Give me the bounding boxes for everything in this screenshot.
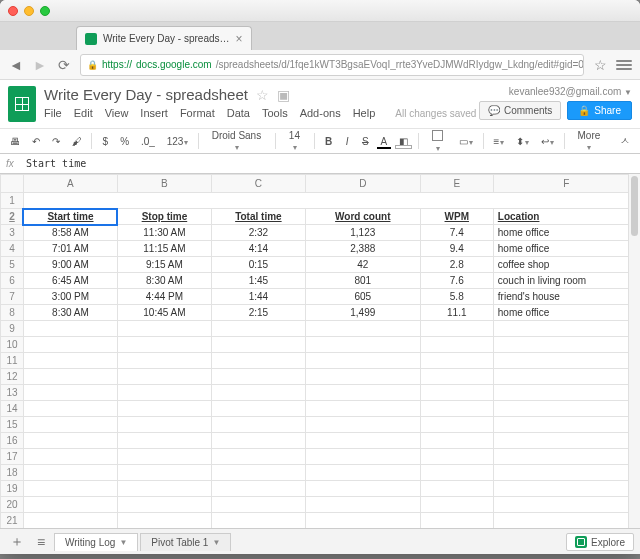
cell[interactable]: home office — [493, 241, 639, 257]
menu-view[interactable]: View — [105, 107, 129, 119]
bookmark-star-icon[interactable]: ☆ — [592, 57, 608, 73]
cell-selected[interactable]: Start time — [23, 209, 117, 225]
menu-help[interactable]: Help — [353, 107, 376, 119]
cell[interactable]: 6:45 AM — [23, 273, 117, 289]
share-button[interactable]: 🔒Share — [567, 101, 632, 120]
cell[interactable]: 42 — [305, 257, 420, 273]
decimal-button[interactable]: .0_ — [137, 136, 159, 147]
cell[interactable]: couch in living room — [493, 273, 639, 289]
browser-tab[interactable]: Write Every Day - spreads… × — [76, 26, 252, 50]
formula-bar[interactable]: fx Start time — [0, 154, 640, 174]
explore-button[interactable]: Explore — [566, 533, 634, 551]
cell[interactable]: 8:30 AM — [23, 305, 117, 321]
sheets-logo-icon[interactable] — [8, 86, 36, 122]
row-header[interactable]: 8 — [1, 305, 24, 321]
bold-button[interactable]: B — [321, 136, 336, 147]
zoom-window-button[interactable] — [40, 6, 50, 16]
minimize-window-button[interactable] — [24, 6, 34, 16]
forward-icon[interactable]: ► — [32, 57, 48, 73]
menu-data[interactable]: Data — [227, 107, 250, 119]
cell[interactable]: 11.1 — [420, 305, 493, 321]
paint-format-icon[interactable]: 🖌 — [68, 136, 86, 147]
col-header[interactable]: D — [305, 175, 420, 193]
cell[interactable]: 7:01 AM — [23, 241, 117, 257]
row-header[interactable]: 18 — [1, 465, 24, 481]
cell[interactable]: 9:00 AM — [23, 257, 117, 273]
cell[interactable]: Total time — [211, 209, 305, 225]
menu-addons[interactable]: Add-ons — [300, 107, 341, 119]
strike-button[interactable]: S — [358, 136, 373, 147]
italic-button[interactable]: I — [340, 136, 354, 147]
address-bar[interactable]: 🔒 https://docs.google.com/spreadsheets/d… — [80, 54, 584, 76]
vertical-scrollbar[interactable] — [628, 174, 640, 528]
back-icon[interactable]: ◄ — [8, 57, 24, 73]
cell[interactable]: friend's house — [493, 289, 639, 305]
cell[interactable]: 9:15 AM — [117, 257, 211, 273]
menu-tools[interactable]: Tools — [262, 107, 288, 119]
row-header[interactable]: 20 — [1, 497, 24, 513]
cell[interactable]: 801 — [305, 273, 420, 289]
cell[interactable]: 9.4 — [420, 241, 493, 257]
cell[interactable]: 8:58 AM — [23, 225, 117, 241]
sheet-tab-active[interactable]: Writing Log▼ — [54, 533, 138, 551]
cell[interactable]: 0:15 — [211, 257, 305, 273]
fill-color-button[interactable]: ◧ — [395, 136, 412, 147]
cell[interactable]: 2.8 — [420, 257, 493, 273]
row-header[interactable]: 17 — [1, 449, 24, 465]
close-tab-icon[interactable]: × — [236, 32, 243, 46]
cell[interactable]: 11:15 AM — [117, 241, 211, 257]
undo-icon[interactable]: ↶ — [28, 136, 44, 147]
row-header[interactable]: 7 — [1, 289, 24, 305]
col-header[interactable]: A — [23, 175, 117, 193]
cell[interactable]: 7.4 — [420, 225, 493, 241]
cell[interactable]: 2:32 — [211, 225, 305, 241]
cell[interactable]: home office — [493, 305, 639, 321]
col-header[interactable]: F — [493, 175, 639, 193]
cell[interactable]: coffee shop — [493, 257, 639, 273]
spreadsheet-grid[interactable]: A B C D E F 1 2 Start time Stop time Tot… — [0, 174, 640, 528]
row-header[interactable]: 5 — [1, 257, 24, 273]
menu-file[interactable]: File — [44, 107, 62, 119]
borders-button[interactable]: ▾ — [425, 129, 451, 153]
all-sheets-button[interactable]: ≡ — [30, 532, 52, 552]
percent-button[interactable]: % — [116, 136, 133, 147]
move-folder-icon[interactable]: ▣ — [277, 87, 290, 103]
reload-icon[interactable]: ⟳ — [56, 57, 72, 73]
cell[interactable]: Stop time — [117, 209, 211, 225]
scrollbar-thumb[interactable] — [631, 176, 638, 236]
row-header[interactable]: 14 — [1, 401, 24, 417]
cell[interactable]: 2:15 — [211, 305, 305, 321]
print-icon[interactable]: 🖶 — [6, 136, 24, 147]
font-size-selector[interactable]: 14 ▾ — [282, 130, 308, 152]
row-header[interactable]: 4 — [1, 241, 24, 257]
number-format-button[interactable]: 123▾ — [163, 136, 192, 147]
account-email[interactable]: kevanlee932@gmail.com ▼ — [509, 86, 632, 97]
row-header[interactable]: 13 — [1, 385, 24, 401]
row-header[interactable]: 3 — [1, 225, 24, 241]
redo-icon[interactable]: ↷ — [48, 136, 64, 147]
text-color-button[interactable]: A — [377, 136, 392, 147]
document-title[interactable]: Write Every Day - spreadsheet — [44, 86, 248, 103]
row-header[interactable]: 21 — [1, 513, 24, 529]
row-header[interactable]: 9 — [1, 321, 24, 337]
toolbar-collapse-icon[interactable]: ㅅ — [616, 134, 634, 148]
cell[interactable]: 5.8 — [420, 289, 493, 305]
cell[interactable]: 1,499 — [305, 305, 420, 321]
col-header[interactable]: E — [420, 175, 493, 193]
row-header[interactable]: 12 — [1, 369, 24, 385]
cell[interactable]: 605 — [305, 289, 420, 305]
cell[interactable]: 4:14 — [211, 241, 305, 257]
cell[interactable]: 3:00 PM — [23, 289, 117, 305]
cell[interactable]: 8:30 AM — [117, 273, 211, 289]
close-window-button[interactable] — [8, 6, 18, 16]
comments-button[interactable]: 💬Comments — [479, 101, 561, 120]
cell[interactable]: 2,388 — [305, 241, 420, 257]
menu-format[interactable]: Format — [180, 107, 215, 119]
cell[interactable]: 1:45 — [211, 273, 305, 289]
cell[interactable]: home office — [493, 225, 639, 241]
sheet-tab[interactable]: Pivot Table 1▼ — [140, 533, 231, 551]
halign-button[interactable]: ≡▾ — [490, 136, 509, 147]
chrome-menu-icon[interactable] — [616, 60, 632, 70]
cell[interactable]: 10:45 AM — [117, 305, 211, 321]
cell[interactable]: Location — [493, 209, 639, 225]
